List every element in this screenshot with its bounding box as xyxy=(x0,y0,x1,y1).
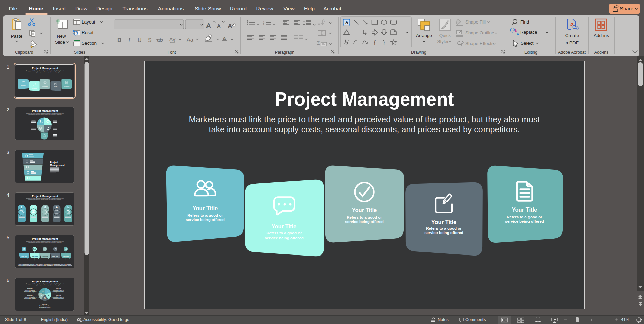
svg-text:Marketers must link the price: Marketers must link the price to the rea… xyxy=(26,113,64,114)
svg-text:3: 3 xyxy=(263,24,264,26)
svg-text:5: 5 xyxy=(42,290,44,293)
svg-text:take into account supply costs: take into account supply costs, seasonal… xyxy=(28,199,62,200)
svg-text:Layout: Layout xyxy=(82,19,95,25)
svg-text:U: U xyxy=(138,37,142,43)
svg-text:I: I xyxy=(128,37,130,43)
svg-text:Your Title: Your Title xyxy=(272,223,297,229)
svg-text:Aa: Aa xyxy=(187,37,193,43)
svg-text:take into account supply costs: take into account supply costs, seasonal… xyxy=(28,114,62,115)
svg-text:a PDF: a PDF xyxy=(566,40,579,45)
svg-text:service being offered: service being offered xyxy=(53,291,64,292)
svg-text:Your Title: Your Title xyxy=(63,255,70,257)
svg-text:Your Title: Your Title xyxy=(352,207,377,213)
svg-text:Slide: Slide xyxy=(55,40,65,45)
svg-text:Marketers must link the price: Marketers must link the price to the rea… xyxy=(26,283,64,285)
svg-text:4: 4 xyxy=(41,294,42,297)
svg-text:1: 1 xyxy=(46,290,48,293)
svg-text:service being offered: service being offered xyxy=(345,220,384,224)
svg-text:take into account supply costs: take into account supply costs, seasonal… xyxy=(28,242,62,243)
svg-text:Paste: Paste xyxy=(11,34,23,39)
svg-text:Marketers must link the price: Marketers must link the price to the rea… xyxy=(26,70,64,72)
svg-text:A: A xyxy=(206,22,211,29)
svg-text:service being offered: service being offered xyxy=(186,218,225,222)
svg-text:service being offered: service being offered xyxy=(29,265,40,266)
svg-text:Refers to a good or: Refers to a good or xyxy=(187,213,223,217)
svg-text:3: 3 xyxy=(44,297,46,300)
svg-text:Refers to a good or: Refers to a good or xyxy=(347,215,382,219)
svg-text:Marketers must link the price: Marketers must link the price to the rea… xyxy=(26,241,64,242)
svg-text:Your Title: Your Title xyxy=(32,255,38,257)
svg-text:Reset: Reset xyxy=(82,30,94,35)
svg-text:service being offered: service being offered xyxy=(39,265,51,266)
svg-text:Clipboard: Clipboard xyxy=(15,50,33,55)
svg-text:Create: Create xyxy=(565,33,579,38)
svg-text:Font: Font xyxy=(167,50,176,55)
svg-text:Your Title: Your Title xyxy=(27,295,32,296)
svg-text:A: A xyxy=(322,18,325,23)
svg-text:Arrange: Arrange xyxy=(416,33,432,38)
svg-text:}: } xyxy=(383,39,385,46)
svg-text:Your Title: Your Title xyxy=(42,304,47,305)
svg-text:Select: Select xyxy=(521,41,534,46)
svg-text:A: A xyxy=(228,22,232,29)
svg-text:take into account supply costs: take into account supply costs, seasonal… xyxy=(28,71,62,73)
svg-text:{: { xyxy=(374,39,376,46)
svg-text:New: New xyxy=(57,34,66,39)
svg-text:Shape Effects: Shape Effects xyxy=(465,41,494,46)
svg-text:Drawing: Drawing xyxy=(411,50,426,55)
svg-text:Slides: Slides xyxy=(74,50,85,55)
svg-text:service being offered: service being offered xyxy=(39,307,50,308)
svg-text:Styles: Styles xyxy=(437,39,450,44)
svg-text:c: c xyxy=(517,31,519,36)
svg-text:Shape Fill: Shape Fill xyxy=(465,19,486,25)
svg-text:Add-ins: Add-ins xyxy=(594,33,609,38)
svg-text:Your Title: Your Title xyxy=(193,205,218,211)
svg-text:Paragraph: Paragraph xyxy=(275,50,294,55)
svg-text:A: A xyxy=(217,23,221,29)
svg-text:service being offered: service being offered xyxy=(60,265,72,266)
svg-text:service being offered: service being offered xyxy=(505,219,544,223)
svg-text:take into account supply costs: take into account supply costs, seasonal… xyxy=(28,284,62,286)
svg-text:Project Management: Project Management xyxy=(32,280,58,283)
svg-text:Your Title: Your Title xyxy=(56,288,61,289)
svg-text:service being offered: service being offered xyxy=(24,291,35,292)
svg-text:Your Title: Your Title xyxy=(431,219,457,225)
svg-text:Add-ins: Add-ins xyxy=(594,50,608,55)
svg-text:Σ: Σ xyxy=(317,40,320,46)
svg-text:Your Title: Your Title xyxy=(27,288,32,289)
svg-text:Shape Outline: Shape Outline xyxy=(465,30,494,35)
svg-text:Replace: Replace xyxy=(520,30,537,35)
svg-text:Refers to a good or: Refers to a good or xyxy=(426,226,462,230)
svg-text:service being offered: service being offered xyxy=(424,231,463,235)
svg-text:Management: Management xyxy=(50,164,65,167)
svg-text:Editing: Editing xyxy=(524,50,537,55)
svg-text:Marketers must link the price: Marketers must link the price to the rea… xyxy=(26,198,64,199)
svg-text:service being offered: service being offered xyxy=(53,298,64,299)
svg-text:Project Management: Project Management xyxy=(32,195,58,198)
svg-text:Your Title: Your Title xyxy=(21,255,28,257)
svg-text:Your Title: Your Title xyxy=(42,255,48,257)
svg-text:A: A xyxy=(222,36,226,42)
svg-text:Refers to a good or: Refers to a good or xyxy=(266,231,302,235)
svg-text:Adobe Acrobat: Adobe Acrobat xyxy=(558,50,586,55)
svg-text:Project Management: Project Management xyxy=(32,67,58,70)
svg-text:Refers to a good or: Refers to a good or xyxy=(507,215,542,219)
svg-text:Quick: Quick xyxy=(439,33,451,38)
svg-text:Project Management: Project Management xyxy=(32,237,58,240)
svg-text:2: 2 xyxy=(48,294,49,297)
svg-text:Your Title: Your Title xyxy=(52,255,59,257)
svg-text:service being offered: service being offered xyxy=(18,265,30,266)
svg-text:Your Title: Your Title xyxy=(56,295,61,296)
svg-text:Project Management: Project Management xyxy=(32,109,58,112)
svg-text:A: A xyxy=(345,20,348,25)
svg-text:Section: Section xyxy=(82,41,97,46)
svg-text:AV: AV xyxy=(169,36,176,42)
svg-text:service being offered: service being offered xyxy=(50,265,61,266)
svg-text:Your Title: Your Title xyxy=(512,206,537,213)
svg-text:service being offered: service being offered xyxy=(265,236,304,240)
svg-text:service being offered: service being offered xyxy=(24,298,35,299)
svg-text:Find: Find xyxy=(520,19,529,25)
svg-text:B: B xyxy=(117,37,121,43)
